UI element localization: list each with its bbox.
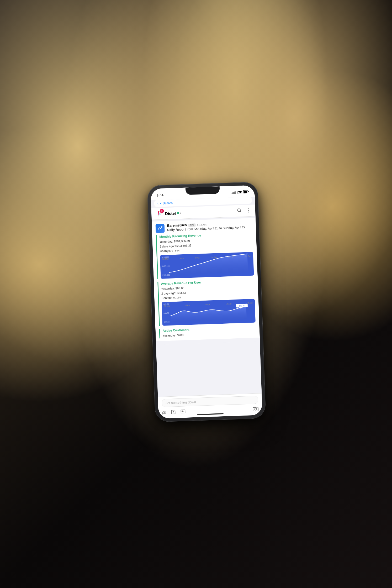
active-customers-card: Active Customers Yesterday: 3200 [159, 326, 256, 338]
baremetrics-message: Baremetrics APP 6:12 AM Daily Report fro… [152, 218, 260, 341]
svg-rect-26 [253, 407, 258, 411]
svg-rect-8 [158, 214, 159, 215]
phone-notch [186, 186, 220, 195]
phone-content: 3:04 LTE [151, 185, 262, 418]
arpu-stats: Yesterday: $63.85 2 days ago: $63.73 Cha… [161, 284, 255, 301]
chevron-down-icon[interactable]: ▾ [180, 212, 181, 214]
mrr-stats: Yesterday: $204,306.50 2 days ago: $203,… [160, 237, 253, 254]
mrr-yesterday-label: Yesterday: [160, 240, 173, 243]
svg-rect-2 [234, 192, 234, 194]
search-icon[interactable] [237, 208, 242, 214]
lte-label: LTE [237, 191, 242, 194]
mrr-card: Monthly Recurring Revenue Yesterday: $20… [156, 232, 254, 279]
slash-command-icon[interactable] [171, 410, 176, 416]
channel-name-wrap[interactable]: Distel ▾ [165, 211, 181, 216]
arpu-yesterday-label: Yesterday: [161, 287, 175, 290]
status-time: 3:04 [156, 193, 163, 197]
phone-device: 3:04 LTE [147, 182, 266, 422]
message-time: 6:12 AM [197, 223, 206, 226]
ac-yesterday-value: 3200 [177, 334, 184, 337]
input-placeholder: Jot something down [166, 400, 196, 405]
input-action-bar: @ [162, 406, 259, 416]
arpu-card: Average Revenue Per User Yesterday: $63.… [157, 279, 256, 326]
slack-logo: 3 [156, 210, 163, 218]
mrr-yesterday-value: $204,306.50 [174, 239, 190, 243]
at-icon[interactable]: @ [162, 410, 166, 416]
attachment-icon[interactable] [180, 409, 186, 416]
mrr-change-value: 0.34% [172, 249, 179, 253]
mrr-chart: $205,000 $195,000 $185,000 [160, 252, 254, 279]
message-input[interactable]: Jot something down [162, 396, 258, 407]
camera-icon[interactable] [253, 406, 259, 413]
notification-badge: 3 [160, 209, 164, 213]
svg-text:$63.85: $63.85 [239, 305, 245, 307]
phone-screen: 3:04 LTE [151, 185, 262, 418]
battery-icon [243, 190, 249, 194]
arpu-2days-value: $63.73 [177, 291, 186, 295]
message-header: Baremetrics APP 6:12 AM Daily Report fro… [156, 221, 252, 233]
message-meta: Baremetrics APP 6:12 AM Daily Report fro… [167, 221, 252, 232]
mrr-change-label: Change: [160, 249, 171, 253]
signal-icon [231, 191, 236, 194]
header-action-icons: ⋮ [237, 207, 251, 214]
daily-report-label: Daily Report [167, 228, 186, 232]
status-icons: LTE [231, 190, 249, 194]
svg-rect-5 [243, 191, 247, 193]
svg-rect-0 [232, 193, 232, 194]
channel-info: 3 Distel ▾ [156, 209, 182, 217]
message-sender: Baremetrics [167, 223, 187, 228]
svg-rect-23 [182, 411, 183, 411]
search-back-label: < Search [160, 201, 173, 205]
message-input-bar: Jot something down @ [158, 393, 263, 419]
message-scroll-area[interactable]: Baremetrics APP 6:12 AM Daily Report fro… [152, 216, 262, 397]
mrr-2days-label: 2 days ago: [160, 244, 174, 248]
svg-rect-9 [160, 213, 160, 215]
arpu-chart: $65.00 $63.50 $62.00 [162, 299, 256, 326]
ac-yesterday-label: Yesterday: [163, 334, 176, 337]
channel-name: Distel [165, 211, 176, 216]
svg-rect-7 [158, 211, 159, 214]
online-status-dot [177, 212, 179, 214]
arpu-2days-label: 2 days ago: [161, 291, 176, 295]
svg-line-15 [240, 211, 241, 212]
more-options-icon[interactable]: ⋮ [246, 208, 251, 214]
bot-avatar [156, 224, 165, 233]
input-left-actions: @ [162, 409, 186, 416]
back-arrow-icon: ‹ [157, 202, 158, 205]
svg-point-14 [237, 208, 240, 211]
arpu-change-label: Change: [161, 296, 172, 300]
svg-rect-3 [235, 191, 235, 193]
svg-line-21 [173, 411, 174, 413]
svg-rect-1 [232, 192, 233, 194]
svg-rect-22 [181, 410, 185, 413]
arpu-yesterday-value: $63.85 [176, 286, 184, 290]
arpu-change-value: 0.19% [173, 296, 181, 300]
svg-point-27 [255, 408, 257, 410]
app-badge: APP [188, 223, 196, 227]
svg-rect-10 [157, 213, 157, 213]
mrr-2days-value: $203,606.33 [175, 244, 192, 247]
